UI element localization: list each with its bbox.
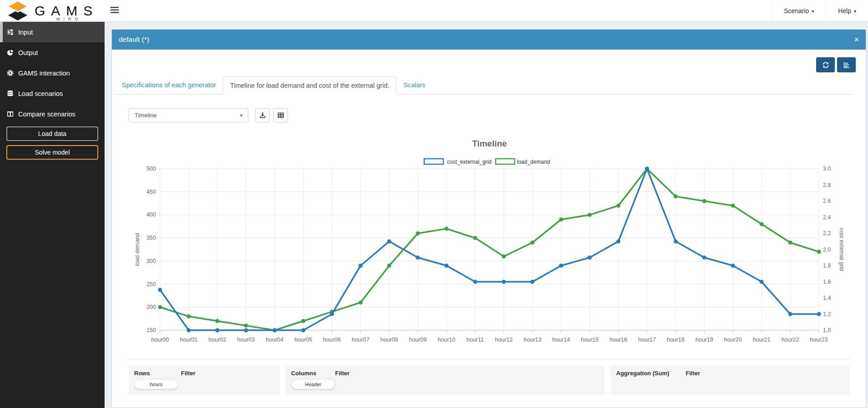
legend-item-cost_external_grid[interactable]: cost_external_grid xyxy=(424,159,492,165)
right-tick-label: 2.2 xyxy=(823,230,831,237)
x-tick-label: hour01 xyxy=(180,337,198,343)
sidebar-menu: InputOutputGAMS interactionLoad scenario… xyxy=(0,22,105,124)
download-button[interactable] xyxy=(255,108,270,122)
x-tick-label: hour12 xyxy=(495,337,513,343)
pivot-panel-rows: RowsFilterhours xyxy=(129,366,280,395)
scenario-box-body: Specifications of each generatorTimeline… xyxy=(112,50,866,408)
load-data-button[interactable]: Load data xyxy=(6,126,98,141)
chart-button[interactable] xyxy=(837,57,856,72)
input-tabs: Specifications of each generatorTimeline… xyxy=(115,76,853,95)
sidebar-item-load-scenarios[interactable]: Load scenarios xyxy=(0,83,105,104)
data-point xyxy=(788,312,793,316)
data-point xyxy=(702,256,707,260)
brand-subtext: MIRO xyxy=(56,17,82,21)
navbar-menu-help[interactable]: Help▾ xyxy=(826,0,868,22)
data-point xyxy=(359,264,363,268)
pivot-panel-filter-label: Filter xyxy=(686,370,700,377)
hamburger-icon xyxy=(110,7,119,15)
pivot-panel-filter-label: Filter xyxy=(335,370,350,377)
right-tick-label: 1.6 xyxy=(823,279,831,285)
sidebar-item-compare-scenarios[interactable]: Compare scenarios xyxy=(0,104,105,124)
data-point xyxy=(387,264,391,268)
data-point xyxy=(416,256,420,260)
tab-scalars[interactable]: Scalars xyxy=(396,76,432,95)
data-point xyxy=(445,227,449,231)
data-point xyxy=(502,280,506,284)
data-point xyxy=(473,236,477,240)
data-point xyxy=(273,328,277,332)
pivot-panel-title: Rows xyxy=(134,370,181,377)
top-navbar: GAMS MIRO Scenario▾Help▾ xyxy=(0,0,868,22)
x-tick-label: hour23 xyxy=(810,337,828,343)
data-point xyxy=(531,241,535,245)
sidebar-item-input[interactable]: Input xyxy=(0,22,105,42)
left-tick-label: 150 xyxy=(146,327,156,333)
legend-label: load_demand xyxy=(517,159,550,165)
pivot-panel-head: ColumnsFilter xyxy=(291,370,599,377)
columns-icon xyxy=(7,111,17,117)
pivot-tag-header[interactable]: Header xyxy=(291,379,335,389)
caret-down-icon: ▾ xyxy=(240,113,242,118)
table-button[interactable] xyxy=(273,108,288,122)
data-point xyxy=(760,280,764,284)
pivot-panel-title: Aggregation (Sum) xyxy=(616,370,686,377)
x-tick-label: hour07 xyxy=(352,337,370,343)
pivot-panel-columns: ColumnsFilterHeader xyxy=(286,366,605,395)
data-point xyxy=(244,328,248,332)
data-point xyxy=(702,199,707,203)
x-tick-label: hour19 xyxy=(696,337,713,343)
sidebar-item-label: Input xyxy=(18,29,33,36)
left-tick-label: 350 xyxy=(146,235,156,241)
chart-icon xyxy=(843,61,850,69)
solve-model-button[interactable]: Solve model xyxy=(6,145,98,160)
x-tick-label: hour08 xyxy=(381,337,398,343)
tab-timeline-for-load-demand-and-cost-of-the[interactable]: Timeline for load demand and cost of the… xyxy=(223,76,396,95)
right-axis-title: cost external grid xyxy=(838,228,845,271)
data-point xyxy=(559,217,563,222)
x-tick-label: hour18 xyxy=(667,337,685,343)
sidebar-item-gams-interaction[interactable]: GAMS interaction xyxy=(0,63,105,83)
data-point xyxy=(187,314,191,318)
navbar-menu-label: Help xyxy=(838,7,851,15)
pivot-panel-head: RowsFilter xyxy=(134,370,274,377)
view-selector-value: Timeline xyxy=(135,112,240,119)
data-point xyxy=(760,222,764,226)
timeline-chart: hour00hour01hour02hour03hour04hour05hour… xyxy=(112,123,866,356)
data-point xyxy=(502,254,506,258)
series-line-load_demand xyxy=(160,169,819,330)
pivot-tag-hours[interactable]: hours xyxy=(134,379,178,389)
x-tick-label: hour15 xyxy=(581,337,599,343)
navbar-menu-scenario[interactable]: Scenario▾ xyxy=(772,0,826,22)
pivot-panel-title: Columns xyxy=(291,370,335,377)
sidebar-toggle-button[interactable] xyxy=(107,0,122,22)
legend-item-load_demand[interactable]: load_demand xyxy=(496,159,550,165)
close-icon[interactable]: × xyxy=(854,35,859,44)
right-tick-label: 2.0 xyxy=(823,247,831,253)
data-point xyxy=(158,305,162,309)
data-point xyxy=(817,250,821,254)
database-icon xyxy=(7,90,17,97)
x-tick-label: hour22 xyxy=(782,337,799,343)
left-tick-label: 300 xyxy=(146,258,156,264)
data-point xyxy=(158,288,162,292)
data-point xyxy=(301,328,306,332)
data-point xyxy=(473,280,477,284)
x-tick-label: hour10 xyxy=(438,337,456,343)
sidebar-buttons: Load dataSolve model xyxy=(0,126,105,160)
view-selector[interactable]: Timeline ▾ xyxy=(129,108,248,122)
refresh-button[interactable] xyxy=(816,57,835,72)
chart-controls: Timeline ▾ xyxy=(129,108,288,122)
scenario-box-header: default (*) × xyxy=(112,30,866,50)
gams-diamond-icon xyxy=(6,0,29,21)
x-tick-label: hour21 xyxy=(753,337,771,343)
x-tick-label: hour13 xyxy=(524,337,542,343)
gear-icon xyxy=(7,70,17,76)
x-tick-label: hour14 xyxy=(552,337,570,343)
data-point xyxy=(359,301,363,305)
sidebar-item-output[interactable]: Output xyxy=(0,42,105,63)
table-icon xyxy=(277,112,284,119)
x-tick-label: hour20 xyxy=(724,337,742,343)
tab-specifications-of-each-generator[interactable]: Specifications of each generator xyxy=(115,76,223,95)
right-tick-label: 1.4 xyxy=(823,295,831,301)
data-point xyxy=(216,328,220,332)
